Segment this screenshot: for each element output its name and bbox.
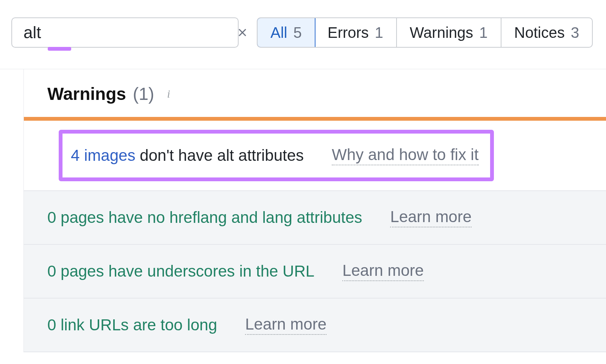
learn-more-link[interactable]: Learn more bbox=[390, 208, 472, 227]
issue-count-link[interactable]: 0 link URLs are too long bbox=[47, 316, 217, 334]
tab-warnings[interactable]: Warnings 1 bbox=[397, 18, 501, 47]
section-header-warnings: Warnings (1) i bbox=[24, 69, 606, 121]
tab-count: 1 bbox=[375, 24, 383, 41]
tab-label: Errors bbox=[328, 24, 369, 41]
issue-text-group: 4 images don't have alt attributes bbox=[71, 146, 304, 165]
tab-notices[interactable]: Notices 3 bbox=[501, 18, 592, 47]
tab-count: 5 bbox=[293, 24, 301, 41]
close-icon bbox=[237, 27, 248, 38]
issues-panel: Warnings (1) i 4 images don't have alt a… bbox=[23, 69, 606, 352]
search-input[interactable] bbox=[23, 23, 231, 42]
section-title: Warnings bbox=[47, 84, 126, 104]
search-box[interactable] bbox=[11, 17, 239, 48]
why-and-how-link[interactable]: Why and how to fix it bbox=[332, 146, 479, 165]
issue-row: 0 pages have no hreflang and lang attrib… bbox=[24, 191, 606, 245]
issue-count-link[interactable]: 4 images bbox=[71, 146, 135, 164]
issue-count-link[interactable]: 0 pages have underscores in the URL bbox=[47, 262, 314, 280]
search-wrap bbox=[11, 17, 239, 48]
issue-row: 4 images don't have alt attributes Why a… bbox=[24, 121, 606, 191]
filter-tabs: All 5 Errors 1 Warnings 1 Notices 3 bbox=[257, 17, 593, 48]
tab-all[interactable]: All 5 bbox=[257, 17, 315, 48]
learn-more-link[interactable]: Learn more bbox=[342, 261, 424, 281]
tab-label: Notices bbox=[514, 24, 565, 41]
tab-errors[interactable]: Errors 1 bbox=[315, 18, 397, 47]
tab-count: 1 bbox=[479, 24, 487, 41]
clear-search-button[interactable] bbox=[237, 26, 248, 39]
issue-row: 0 pages have underscores in the URL Lear… bbox=[24, 245, 606, 299]
issue-highlight-box: 4 images don't have alt attributes Why a… bbox=[59, 130, 494, 181]
issue-row: 0 link URLs are too long Learn more bbox=[24, 299, 606, 352]
learn-more-link[interactable]: Learn more bbox=[245, 315, 326, 335]
tab-label: All bbox=[270, 24, 287, 41]
section-count: (1) bbox=[133, 84, 154, 104]
toolbar: All 5 Errors 1 Warnings 1 Notices 3 bbox=[0, 0, 606, 69]
issue-count-link[interactable]: 0 pages have no hreflang and lang attrib… bbox=[47, 208, 362, 227]
issue-description: don't have alt attributes bbox=[135, 146, 304, 164]
tab-count: 3 bbox=[571, 24, 579, 41]
info-icon[interactable]: i bbox=[163, 89, 174, 99]
tab-label: Warnings bbox=[410, 24, 473, 41]
